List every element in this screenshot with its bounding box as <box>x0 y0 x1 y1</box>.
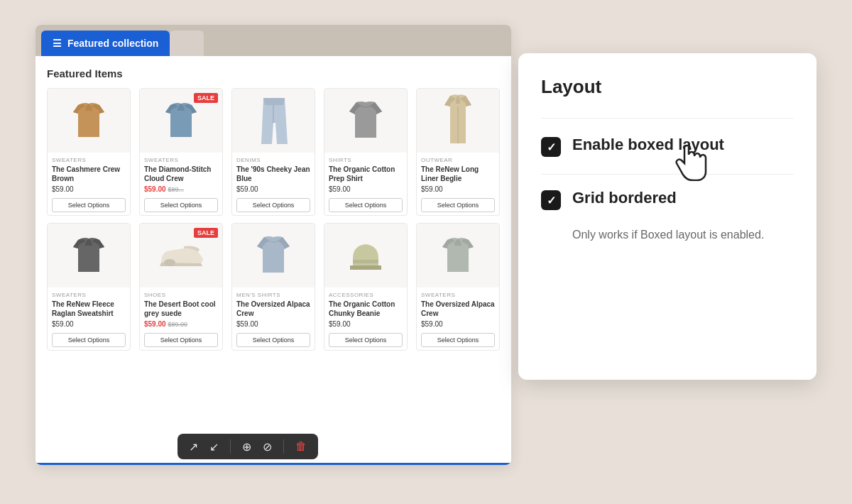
select-options-btn[interactable]: Select Options <box>236 333 310 347</box>
product-card: SALE SHOES The Desert Boot cool grey sue… <box>139 223 223 351</box>
select-options-btn[interactable]: Select Options <box>236 198 310 212</box>
product-card: SWEATERS The ReNew Fleece Raglan Sweatsh… <box>47 223 131 351</box>
product-name: The Organic Cotton Chunky Beanie <box>329 300 403 318</box>
move-down-btn[interactable]: ↙ <box>209 440 219 454</box>
product-category: SHOES <box>144 292 218 298</box>
tab-icon: ☰ <box>53 38 62 49</box>
select-options-btn[interactable]: Select Options <box>144 333 218 347</box>
product-image <box>232 224 315 287</box>
product-card: SHIRTS The Organic Cotton Prep Shirt $59… <box>324 88 408 216</box>
select-options-btn[interactable]: Select Options <box>52 333 126 347</box>
sale-badge: SALE <box>194 228 218 238</box>
product-name: The Oversized Alpaca Crew <box>421 300 495 318</box>
left-card: ☰ Featured collection Featured Items <box>36 25 511 465</box>
toolbar-divider <box>283 439 284 454</box>
product-name: The Oversized Alpaca Crew <box>236 300 310 318</box>
product-image <box>324 89 407 153</box>
product-price: $59.00 <box>236 185 310 193</box>
product-info: SHOES The Desert Boot cool grey suede $5… <box>140 287 222 350</box>
product-price: $59.00 <box>52 185 126 193</box>
select-options-btn[interactable]: Select Options <box>52 198 126 212</box>
product-image <box>232 89 315 153</box>
edit-btn[interactable]: ⊘ <box>263 440 272 454</box>
product-category: DENIMS <box>236 157 310 163</box>
product-info: OUTWEAR The ReNew Long Liner Beglie $59.… <box>417 153 499 215</box>
product-image: SALE <box>140 89 222 153</box>
product-card: SALE SWEATERS The Diamond-Stitch Cloud C… <box>139 88 223 216</box>
product-info: MEN'S SHIRTS The Oversized Alpaca Crew $… <box>232 287 315 350</box>
product-price: $59.00 <box>421 185 495 193</box>
product-price: $59.00 <box>329 320 403 328</box>
product-name: The Cashmere Crew Brown <box>52 165 126 183</box>
featured-collection-tab[interactable]: ☰ Featured collection <box>41 31 170 56</box>
grid-bordered-description: Only works if Boxed layout is enabled. <box>572 227 794 243</box>
toolbar-divider <box>230 439 231 454</box>
grid-bordered-checkbox[interactable] <box>541 190 561 210</box>
product-info: DENIMS The '90s Cheeky Jean Blue $59.00 … <box>232 153 315 215</box>
tab-inactive[interactable] <box>170 31 204 56</box>
product-info: SHIRTS The Organic Cotton Prep Shirt $59… <box>324 153 407 215</box>
select-options-btn[interactable]: Select Options <box>421 198 495 212</box>
product-name: The Desert Boot cool grey suede <box>144 300 218 318</box>
product-info: SWEATERS The ReNew Fleece Raglan Sweatsh… <box>48 287 130 350</box>
product-name: The Diamond-Stitch Cloud Crew <box>144 165 218 183</box>
collection-content: Featured Items SWEATERS <box>36 56 511 465</box>
tab-label: Featured collection <box>67 38 158 49</box>
product-image <box>48 224 130 287</box>
product-category: MEN'S SHIRTS <box>236 292 310 298</box>
select-options-btn[interactable]: Select Options <box>329 198 403 212</box>
product-info: SWEATERS The Diamond-Stitch Cloud Crew $… <box>140 153 222 215</box>
grid-bordered-option: Grid bordered <box>541 189 794 210</box>
product-name: The Organic Cotton Prep Shirt <box>329 165 403 183</box>
product-price: $59.00 $89.00 <box>144 320 218 328</box>
product-card: SWEATERS The Cashmere Crew Brown $59.00 … <box>47 88 131 216</box>
products-row-2: SWEATERS The ReNew Fleece Raglan Sweatsh… <box>47 223 500 351</box>
tab-bar: ☰ Featured collection <box>36 25 511 56</box>
select-options-btn[interactable]: Select Options <box>329 333 403 347</box>
product-info: SWEATERS The Oversized Alpaca Crew $59.0… <box>417 287 499 350</box>
sale-badge: SALE <box>194 93 218 103</box>
product-image <box>48 89 130 153</box>
product-category: SWEATERS <box>421 292 495 298</box>
product-price: $59.00 <box>421 320 495 328</box>
product-image <box>417 89 499 153</box>
select-options-btn[interactable]: Select Options <box>421 333 495 347</box>
delete-btn[interactable]: 🗑 <box>295 440 307 453</box>
product-category: SWEATERS <box>52 292 126 298</box>
product-card: MEN'S SHIRTS The Oversized Alpaca Crew $… <box>231 223 315 351</box>
product-image <box>417 224 499 287</box>
product-info: SWEATERS The Cashmere Crew Brown $59.00 … <box>48 153 130 215</box>
product-image: SALE <box>140 224 222 287</box>
layout-divider-1: Enable boxed layout <box>541 118 794 157</box>
product-name: The ReNew Long Liner Beglie <box>421 165 495 183</box>
product-category: ACCESSORIES <box>329 292 403 298</box>
product-info: ACCESSORIES The Organic Cotton Chunky Be… <box>324 287 407 350</box>
move-btn[interactable]: ↗ <box>189 440 198 454</box>
product-category: SWEATERS <box>144 157 218 163</box>
product-name: The ReNew Fleece Raglan Sweatshirt <box>52 300 126 318</box>
scene: ☰ Featured collection Featured Items <box>36 25 816 479</box>
product-card: OUTWEAR The ReNew Long Liner Beglie $59.… <box>416 88 500 216</box>
product-card: ACCESSORIES The Organic Cotton Chunky Be… <box>324 223 408 351</box>
product-price: $59.00 <box>236 320 310 328</box>
product-image <box>324 224 407 287</box>
product-category: SHIRTS <box>329 157 403 163</box>
boxed-layout-label: Enable boxed layout <box>572 136 724 154</box>
product-price: $59.00 <box>329 185 403 193</box>
product-card: DENIMS The '90s Cheeky Jean Blue $59.00 … <box>231 88 315 216</box>
layout-panel: Layout Enable boxed layout Grid bordered… <box>518 53 816 380</box>
product-price: $59.00 $89... <box>144 185 218 193</box>
product-card: SWEATERS The Oversized Alpaca Crew $59.0… <box>416 223 500 351</box>
product-category: OUTWEAR <box>421 157 495 163</box>
layout-divider-2: Grid bordered Only works if Boxed layout… <box>541 174 794 243</box>
add-btn[interactable]: ⊕ <box>242 440 251 454</box>
boxed-layout-checkbox[interactable] <box>541 137 561 157</box>
layout-title: Layout <box>541 76 794 98</box>
products-row-1: SWEATERS The Cashmere Crew Brown $59.00 … <box>47 88 500 216</box>
product-price: $59.00 <box>52 320 126 328</box>
toolbar: ↗ ↙ ⊕ ⊘ 🗑 <box>178 434 318 459</box>
bottom-bar <box>36 463 511 465</box>
svg-point-2 <box>164 259 175 266</box>
boxed-layout-option: Enable boxed layout <box>541 136 794 157</box>
select-options-btn[interactable]: Select Options <box>144 198 218 212</box>
